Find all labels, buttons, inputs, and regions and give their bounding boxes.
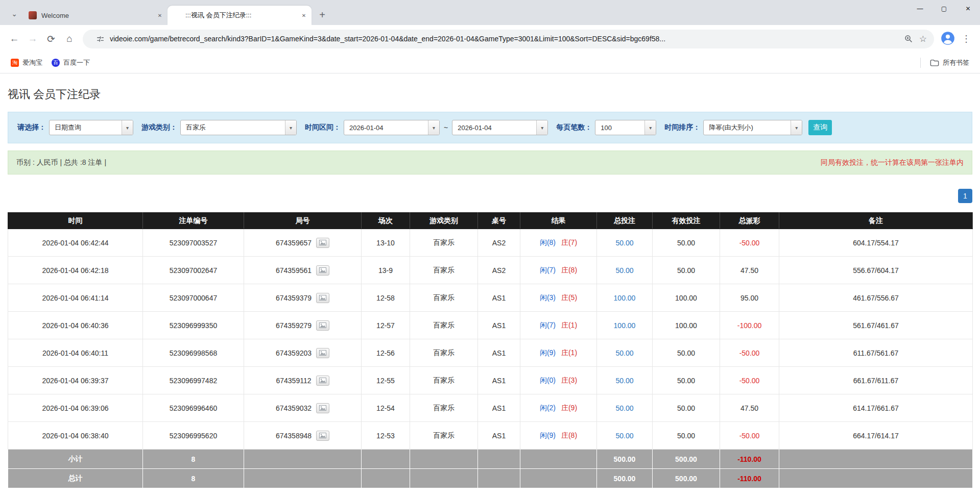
cell-session: 13-10: [362, 229, 410, 257]
header-valid-bet: 有效投注: [653, 213, 720, 229]
tab-search-button[interactable]: ⌄: [7, 7, 21, 21]
cell-game-kind: 百家乐: [410, 339, 478, 367]
tab-strip: ⌄ Welcome ✕ :::视讯 会员下注纪录::: ✕ + — ▢ ✕: [0, 0, 980, 25]
all-bookmarks-label: 所有书签: [943, 58, 969, 67]
cell-session: 12-53: [362, 422, 410, 450]
home-button[interactable]: ⌂: [60, 30, 79, 48]
minimize-button[interactable]: —: [908, 0, 932, 17]
subtotal-payout: -110.00: [720, 450, 779, 469]
forward-button[interactable]: →: [23, 30, 42, 48]
profile-avatar[interactable]: [940, 31, 955, 46]
total-bet-link[interactable]: 100.00: [614, 294, 636, 302]
round-id-text: 674358948: [276, 432, 312, 440]
reload-button[interactable]: ⟳: [42, 30, 60, 48]
sort-select[interactable]: 降幂(由大到小) ▾: [703, 120, 802, 135]
cell-valid-bet: 50.00: [653, 339, 720, 367]
cell-table-no: AS2: [478, 257, 520, 284]
cell-table-no: AS1: [478, 367, 520, 394]
browser-tab-welcome[interactable]: Welcome ✕: [23, 6, 168, 25]
round-result-image-button[interactable]: [316, 265, 329, 276]
total-bet-link[interactable]: 50.00: [615, 377, 633, 385]
round-result-image-button[interactable]: [316, 293, 329, 303]
result-player: 闲(8): [540, 238, 556, 246]
cell-round: 674359279: [244, 312, 362, 339]
round-result-image-button[interactable]: [316, 431, 329, 441]
cell-round: 674359379: [244, 284, 362, 312]
tab-close-icon[interactable]: ✕: [155, 11, 164, 20]
url-text: videoie.com/game/betrecord_search/kind3?…: [110, 35, 898, 43]
table-row: 2026-01-04 06:42:18 523097002647 6743595…: [8, 257, 973, 284]
cell-payout: 47.50: [720, 257, 779, 284]
zoom-icon[interactable]: [904, 34, 913, 43]
mode-select[interactable]: 日期查询 ▾: [49, 120, 133, 135]
total-bet-link[interactable]: 50.00: [615, 239, 633, 247]
summary-bar: 币别 : 人民币 | 总共 :8 注单 | 同局有效投注，统一计算在该局第一张注…: [8, 151, 972, 175]
header-session: 场次: [362, 213, 410, 229]
new-tab-button[interactable]: +: [315, 7, 330, 22]
cell-time: 2026-01-04 06:38:40: [8, 422, 143, 450]
result-player: 闲(7): [540, 321, 556, 329]
cell-valid-bet: 50.00: [653, 422, 720, 450]
cell-time: 2026-01-04 06:40:11: [8, 339, 143, 367]
total-bet-link[interactable]: 50.00: [615, 266, 633, 275]
round-result-image-button[interactable]: [316, 403, 329, 413]
round-result-image-button[interactable]: [316, 376, 329, 386]
browser-menu-icon[interactable]: ⋮: [958, 30, 975, 47]
total-bet-link[interactable]: 50.00: [615, 404, 633, 412]
cell-note: 611.67/561.67: [779, 339, 973, 367]
tab-title: :::视讯 会员下注纪录:::: [185, 11, 296, 20]
cell-time: 2026-01-04 06:42:44: [8, 229, 143, 257]
cell-game-kind: 百家乐: [410, 312, 478, 339]
cell-game-kind: 百家乐: [410, 394, 478, 422]
cell-session: 12-54: [362, 394, 410, 422]
tab-close-icon[interactable]: ✕: [299, 11, 308, 20]
page-content: 视讯 会员下注纪录 请选择： 日期查询 ▾ 游戏类别： 百家乐 ▾ 时间区间： …: [0, 87, 980, 488]
total-bet-link[interactable]: 100.00: [614, 321, 636, 330]
bookmark-aitaobao[interactable]: 淘 爱淘宝: [6, 56, 47, 69]
round-id-text: 674359032: [276, 404, 312, 412]
grand-total-payout: -110.00: [720, 469, 779, 488]
search-button[interactable]: 查询: [808, 120, 832, 135]
header-table-no: 桌号: [478, 213, 520, 229]
chevron-down-icon: ▾: [428, 120, 439, 135]
cell-time: 2026-01-04 06:39:06: [8, 394, 143, 422]
round-result-image-button[interactable]: [316, 320, 329, 331]
date-range-separator: ~: [444, 123, 448, 132]
browser-tab-betrecord[interactable]: :::视讯 会员下注纪录::: ✕: [168, 6, 312, 25]
round-result-image-button[interactable]: [316, 238, 329, 248]
table-row: 2026-01-04 06:39:37 523096997482 6743591…: [8, 367, 973, 394]
currency-total-text: 币别 : 人民币 | 总共 :8 注单 |: [16, 158, 106, 167]
cell-table-no: AS1: [478, 284, 520, 312]
round-result-image-button[interactable]: [316, 348, 329, 358]
cell-result: 闲(0) 庄(3): [520, 367, 597, 394]
table-row: 2026-01-04 06:38:40 523096995620 6743589…: [8, 422, 973, 450]
cell-round: 674358948: [244, 422, 362, 450]
cell-payout: 47.50: [720, 394, 779, 422]
date-end-select[interactable]: 2026-01-04 ▾: [452, 120, 548, 135]
close-window-button[interactable]: ✕: [956, 0, 980, 17]
per-page-select[interactable]: 100 ▾: [595, 120, 656, 135]
bookmark-baidu[interactable]: 百 百度一下: [47, 56, 94, 69]
header-bet-id: 注单编号: [143, 213, 244, 229]
result-banker: 庄(1): [561, 348, 577, 357]
back-button[interactable]: ←: [5, 30, 23, 48]
total-bet-link[interactable]: 50.00: [615, 432, 633, 440]
cell-total-bet: 50.00: [597, 339, 653, 367]
game-kind-select[interactable]: 百家乐 ▾: [180, 120, 297, 135]
grand-total-label: 总计: [8, 469, 143, 488]
all-bookmarks-button[interactable]: 所有书签: [925, 56, 974, 69]
bookmark-star-icon[interactable]: ☆: [919, 34, 927, 44]
cell-payout: -50.00: [720, 229, 779, 257]
date-start-select[interactable]: 2026-01-04 ▾: [344, 120, 440, 135]
address-bar[interactable]: videoie.com/game/betrecord_search/kind3?…: [83, 30, 934, 48]
total-bet-link[interactable]: 50.00: [615, 349, 633, 357]
filter-bar: 请选择： 日期查询 ▾ 游戏类别： 百家乐 ▾ 时间区间： 2026-01-04…: [8, 112, 972, 143]
site-settings-icon[interactable]: [96, 35, 105, 43]
window-controls: — ▢ ✕: [908, 0, 980, 17]
maximize-button[interactable]: ▢: [932, 0, 956, 17]
cell-bet-id: 523096998568: [143, 339, 244, 367]
chevron-down-icon: ▾: [285, 120, 296, 135]
cell-game-kind: 百家乐: [410, 367, 478, 394]
round-id-text: 674359379: [276, 294, 312, 302]
page-number-button[interactable]: 1: [958, 189, 972, 203]
